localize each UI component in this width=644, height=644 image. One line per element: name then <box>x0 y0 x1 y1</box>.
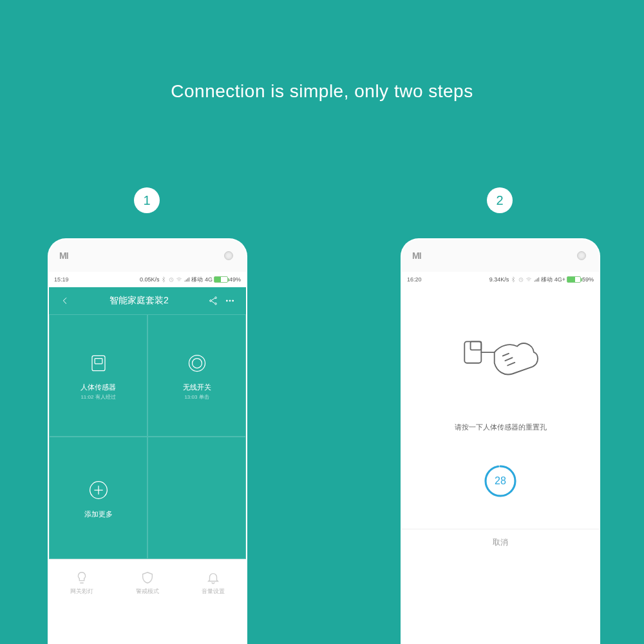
back-button[interactable] <box>57 296 73 306</box>
app-header: 智能家庭套装2 <box>49 287 246 314</box>
svg-point-9 <box>189 355 205 372</box>
reset-screen: 请按一下人体传感器的重置孔 28 取消 <box>402 287 599 644</box>
shield-icon <box>140 571 155 585</box>
camera-dot-icon <box>577 251 586 260</box>
phone-bezel-top: MI <box>49 240 246 272</box>
status-carrier: 移动 4G+ <box>541 276 565 284</box>
svg-point-6 <box>232 300 234 301</box>
svg-rect-8 <box>95 359 102 364</box>
switch-icon <box>184 350 210 376</box>
svg-rect-13 <box>464 341 481 363</box>
plus-circle-icon <box>86 477 111 503</box>
chevron-left-icon <box>60 296 70 306</box>
status-net-speed: 0.05K/s <box>140 276 160 283</box>
signal-icon <box>533 276 540 283</box>
camera-dot-icon <box>224 251 233 260</box>
countdown-timer: 28 <box>484 464 517 498</box>
app-header-title: 智能家庭套装2 <box>73 295 205 307</box>
status-net-speed: 9.34K/s <box>489 276 509 283</box>
bluetooth-icon <box>510 276 516 283</box>
bottom-alert-button[interactable]: 警戒模式 <box>115 560 180 607</box>
status-battery-pct: 59% <box>582 276 594 283</box>
bottom-label: 网关彩灯 <box>70 587 93 596</box>
tile-empty <box>147 437 246 559</box>
hand-illustration <box>459 326 542 397</box>
status-carrier: 移动 4G <box>191 276 213 284</box>
tile-body-sensor[interactable]: 人体传感器 11:02 有人经过 <box>49 314 147 437</box>
svg-point-1 <box>215 297 217 299</box>
svg-point-3 <box>215 303 217 305</box>
bulb-icon <box>75 571 89 585</box>
step-1-badge: 1 <box>134 187 160 213</box>
bottom-volume-button[interactable]: 音量设置 <box>180 560 246 607</box>
share-icon <box>208 296 218 306</box>
tile-title: 人体传感器 <box>80 383 116 392</box>
share-button[interactable] <box>205 296 222 306</box>
bluetooth-icon <box>160 276 167 283</box>
tile-subtitle: 11:02 有人经过 <box>80 393 115 401</box>
svg-point-5 <box>229 300 231 301</box>
status-battery-pct: 49% <box>229 276 241 283</box>
sensor-icon <box>86 350 111 376</box>
device-grid: 人体传感器 11:02 有人经过 无线开关 13:03 单击 添加更多 <box>49 314 246 559</box>
phone-mockup-1: MI 15:19 0.05K/s 移动 4G 49% 智能家庭套装2 <box>48 238 247 644</box>
mi-logo: MI <box>412 251 421 261</box>
bottom-toolbar: 网关彩灯 警戒模式 音量设置 <box>49 559 246 607</box>
wifi-icon <box>526 276 532 283</box>
battery-icon <box>214 276 228 283</box>
status-time: 15:19 <box>54 276 69 283</box>
tile-title: 添加更多 <box>84 509 113 519</box>
bottom-light-button[interactable]: 网关彩灯 <box>49 560 115 607</box>
headline-text: Connection is simple, only two steps <box>0 81 644 102</box>
step-2-badge: 2 <box>487 187 513 213</box>
alarm-icon <box>518 276 524 283</box>
cancel-button[interactable]: 取消 <box>402 529 599 556</box>
battery-icon <box>567 276 581 283</box>
countdown-ring-icon <box>484 464 517 498</box>
svg-rect-14 <box>471 341 482 350</box>
bell-icon <box>206 571 220 585</box>
tile-title: 无线开关 <box>183 383 211 392</box>
status-bar: 15:19 0.05K/s 移动 4G 49% <box>49 272 246 287</box>
bottom-label: 警戒模式 <box>136 587 159 596</box>
svg-point-4 <box>226 300 227 301</box>
tile-subtitle: 13:03 单击 <box>184 393 209 401</box>
instruction-text: 请按一下人体传感器的重置孔 <box>455 422 547 432</box>
wifi-icon <box>176 276 182 283</box>
more-button[interactable] <box>222 296 238 306</box>
svg-point-2 <box>210 300 212 302</box>
status-bar: 16:20 9.34K/s 移动 4G+ 59% <box>402 272 599 287</box>
svg-point-16 <box>486 466 515 496</box>
mi-logo: MI <box>59 251 68 261</box>
signal-icon <box>184 276 190 283</box>
tile-add-more[interactable]: 添加更多 <box>49 437 147 559</box>
svg-rect-7 <box>92 355 105 370</box>
alarm-icon <box>168 276 175 283</box>
status-time: 16:20 <box>407 276 422 283</box>
hand-press-icon <box>459 326 542 397</box>
phone-mockup-2: MI 16:20 9.34K/s 移动 4G+ 59% <box>401 238 600 644</box>
tile-wireless-switch[interactable]: 无线开关 13:03 单击 <box>147 314 246 437</box>
more-icon <box>225 296 235 306</box>
bottom-label: 音量设置 <box>202 587 225 596</box>
svg-point-10 <box>192 359 202 368</box>
phone-bezel-top: MI <box>402 240 599 272</box>
